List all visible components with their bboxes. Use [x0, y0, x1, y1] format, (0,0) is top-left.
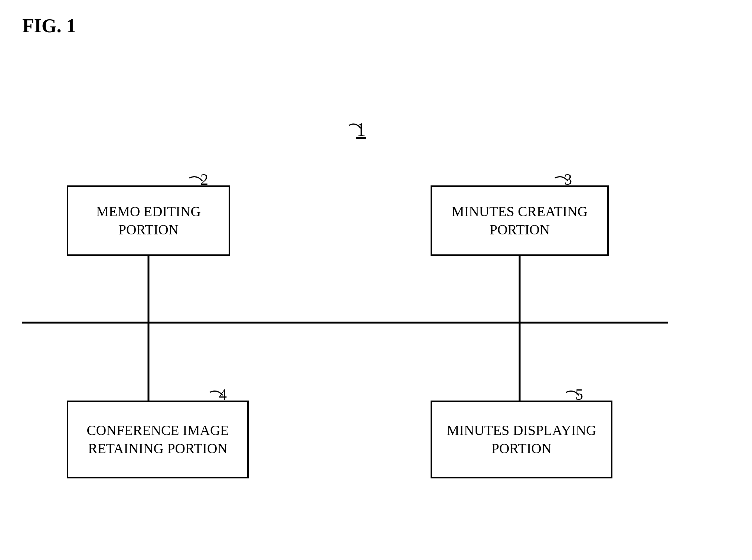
- memo-editing-portion-label: MEMO EDITINGPORTION: [96, 202, 201, 239]
- minutes-displaying-portion-label: MINUTES DISPLAYINGPORTION: [447, 421, 596, 458]
- memo-editing-portion-box: MEMO EDITINGPORTION: [67, 185, 230, 256]
- minutes-displaying-portion-box: MINUTES DISPLAYINGPORTION: [431, 401, 612, 478]
- minutes-creating-portion-label: MINUTES CREATINGPORTION: [452, 202, 588, 239]
- figure-label: FIG. 1: [22, 15, 76, 37]
- node-1-ref: 1: [356, 119, 366, 141]
- conference-image-retaining-portion-label: CONFERENCE IMAGERETAINING PORTION: [86, 421, 229, 458]
- conference-image-retaining-portion-box: CONFERENCE IMAGERETAINING PORTION: [67, 401, 249, 478]
- minutes-creating-portion-box: MINUTES CREATINGPORTION: [431, 185, 609, 256]
- page: FIG. 1 1 2 3 4 5 MEMO EDITINGPORTION MIN…: [0, 0, 752, 560]
